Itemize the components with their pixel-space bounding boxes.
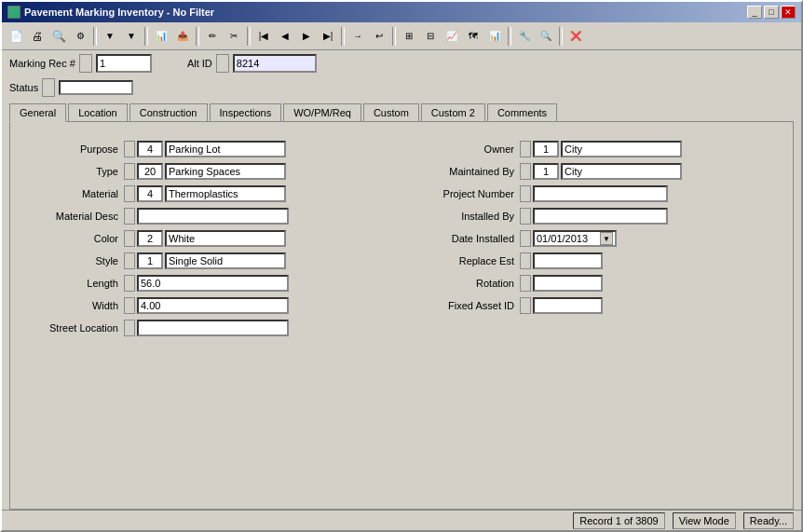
title-bar-left: Pavement Marking Inventory - No Filter: [7, 6, 214, 19]
width-indicator: [124, 297, 135, 314]
jump-button[interactable]: →: [347, 26, 368, 47]
color-indicator: [124, 230, 135, 247]
chart-button[interactable]: 📈: [442, 26, 462, 47]
replace-est-value[interactable]: [533, 252, 603, 269]
material-num[interactable]: [137, 185, 163, 202]
alt-id-label: Alt ID: [187, 58, 212, 69]
tab-wo-pm-req[interactable]: WO/PM/Req: [283, 103, 361, 122]
street-location-field: Street Location: [29, 320, 402, 336]
date-installed-value[interactable]: 01/01/2013 ▼: [533, 230, 617, 247]
header-fields: Marking Rec # Alt ID: [2, 50, 801, 76]
back-button[interactable]: ↩: [369, 26, 389, 47]
color-num[interactable]: [137, 230, 163, 247]
installed-by-indicator: [520, 208, 531, 225]
fixed-asset-id-label: Fixed Asset ID: [420, 300, 518, 311]
settings-button[interactable]: ⚙: [70, 26, 90, 47]
status-bar: Record 1 of 3809 View Mode Ready...: [2, 510, 801, 530]
first-button[interactable]: |◀: [253, 26, 274, 47]
marking-rec-input[interactable]: [96, 54, 152, 73]
length-value[interactable]: [137, 275, 289, 292]
material-value[interactable]: [165, 185, 286, 202]
close-button[interactable]: ✕: [781, 6, 796, 19]
sep8: [559, 27, 563, 46]
config-button[interactable]: 🔧: [514, 26, 535, 47]
rotation-indicator: [520, 275, 531, 292]
installed-by-field: Installed By: [420, 208, 774, 225]
rotation-field: Rotation: [420, 275, 774, 292]
purpose-num[interactable]: [137, 141, 163, 157]
width-label: Width: [29, 300, 122, 311]
street-location-value[interactable]: [137, 320, 289, 336]
filter-options[interactable]: ▼: [121, 26, 142, 47]
tab-construction[interactable]: Construction: [129, 103, 208, 122]
new-button[interactable]: 📄: [6, 26, 26, 47]
tab-bar: General Location Construction Inspection…: [2, 99, 801, 121]
material-label: Material: [29, 188, 122, 199]
export-button[interactable]: 📤: [172, 26, 193, 47]
marking-rec-label: Marking Rec #: [9, 58, 75, 69]
project-number-value[interactable]: [533, 185, 668, 202]
type-value[interactable]: [165, 163, 286, 180]
view-mode: View Mode: [673, 512, 736, 529]
tab-content: Purpose Type Material: [9, 121, 794, 510]
cut-button[interactable]: ✂: [224, 26, 244, 47]
last-button[interactable]: ▶|: [318, 26, 338, 47]
fixed-asset-id-value[interactable]: [533, 297, 603, 314]
tab-inspections[interactable]: Inspections: [210, 103, 282, 122]
color-label: Color: [29, 233, 122, 244]
material-indicator: [124, 185, 135, 202]
tab-custom[interactable]: Custom: [363, 103, 419, 122]
type-num[interactable]: [137, 163, 163, 180]
style-value[interactable]: [165, 252, 286, 269]
zoom-button[interactable]: 🔍: [536, 26, 556, 47]
report-button[interactable]: 📊: [151, 26, 171, 47]
purpose-value[interactable]: [165, 141, 286, 157]
search-button[interactable]: 🔍: [48, 26, 69, 47]
status-label: Status: [9, 82, 38, 93]
style-num[interactable]: [137, 252, 163, 269]
status-slider[interactable]: [59, 80, 133, 95]
filter-button[interactable]: ▼: [100, 26, 120, 47]
alt-id-input[interactable]: [233, 54, 317, 73]
material-desc-value[interactable]: [137, 208, 289, 225]
sep1: [93, 27, 97, 46]
cancel-button[interactable]: ❌: [565, 26, 586, 47]
table-button[interactable]: ⊟: [420, 26, 441, 47]
project-number-indicator: [520, 185, 531, 202]
tab-location[interactable]: Location: [68, 103, 128, 122]
installed-by-value[interactable]: [533, 208, 668, 225]
map-button[interactable]: 🗺: [463, 26, 483, 47]
tab-custom2[interactable]: Custom 2: [421, 103, 485, 122]
replace-est-indicator: [520, 252, 531, 269]
date-dropdown-button[interactable]: ▼: [600, 232, 613, 245]
edit-button[interactable]: ✏: [202, 26, 223, 47]
color-value[interactable]: [165, 230, 286, 247]
main-window: Pavement Marking Inventory - No Filter _…: [0, 0, 803, 532]
maximize-button[interactable]: □: [764, 6, 779, 19]
maintained-by-label: Maintained By: [420, 166, 518, 177]
width-value[interactable]: [137, 297, 289, 314]
print-button[interactable]: 🖨: [27, 26, 48, 47]
left-column: Purpose Type Material: [29, 141, 402, 336]
material-desc-label: Material Desc: [29, 211, 122, 222]
maintained-by-value[interactable]: [561, 163, 682, 180]
ready-status: Ready...: [743, 512, 794, 529]
grid-button[interactable]: ⊞: [399, 26, 419, 47]
minimize-button[interactable]: _: [747, 6, 762, 19]
owner-value[interactable]: [561, 141, 682, 157]
owner-num[interactable]: [533, 141, 559, 157]
maintained-by-num[interactable]: [533, 163, 559, 180]
length-indicator: [124, 275, 135, 292]
rotation-label: Rotation: [420, 278, 518, 289]
title-bar-buttons: _ □ ✕: [747, 6, 796, 19]
prev-button[interactable]: ◀: [275, 26, 295, 47]
graph-button[interactable]: 📊: [484, 26, 505, 47]
sep5: [341, 27, 345, 46]
sep6: [392, 27, 396, 46]
street-location-label: Street Location: [29, 322, 122, 334]
next-button[interactable]: ▶: [296, 26, 317, 47]
rotation-value[interactable]: [533, 275, 603, 292]
purpose-indicator: [124, 141, 135, 157]
tab-general[interactable]: General: [9, 103, 66, 122]
tab-comments[interactable]: Comments: [487, 103, 557, 122]
